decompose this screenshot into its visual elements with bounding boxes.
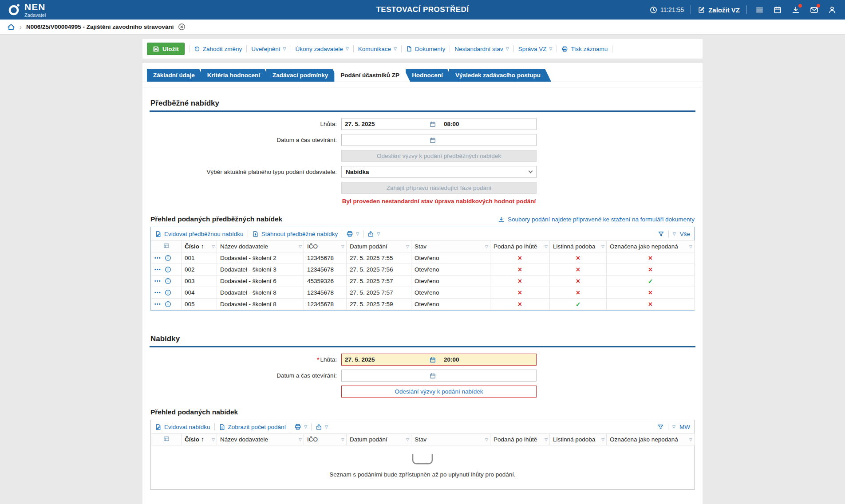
- download-prelim-bids-button[interactable]: Stáhnout předběžné nabídky: [252, 231, 338, 237]
- column-header-podana-po-lhute[interactable]: Podaná po lhůtě▽: [490, 241, 550, 252]
- tab-zadavaci-podminky[interactable]: Zadávací podmínky: [266, 69, 339, 82]
- documents-download-link[interactable]: Soubory podání najdete připravené ke sta…: [498, 216, 695, 223]
- tab-hodnoceni[interactable]: Hodnocení: [406, 69, 454, 82]
- info-icon[interactable]: [165, 301, 171, 307]
- column-header-ico[interactable]: IČO▽: [304, 434, 347, 445]
- view-selector[interactable]: MW: [679, 424, 690, 430]
- more-actions-button[interactable]: •••: [154, 279, 161, 284]
- tab-zakladni-udaje[interactable]: Základní údaje: [147, 69, 205, 82]
- column-filter-icon[interactable]: ▽: [689, 244, 692, 249]
- table-row[interactable]: •••005Dodavatel - školení 81234567827. 5…: [151, 299, 695, 310]
- prelim-deadline-date[interactable]: 27. 5. 2025: [345, 121, 375, 127]
- filter-icon[interactable]: [657, 424, 664, 430]
- export-button[interactable]: ▽: [316, 424, 328, 430]
- calendar-icon[interactable]: [430, 121, 436, 127]
- prelim-opening-field[interactable]: [341, 134, 537, 146]
- calendar-icon[interactable]: [430, 357, 436, 363]
- tab-kriteria-hodnoceni[interactable]: Kritéria hodnocení: [201, 69, 271, 82]
- profile-button[interactable]: [826, 4, 838, 16]
- toolbar-item-nestandardni-stav[interactable]: Nestandardní stav▽: [454, 46, 509, 52]
- export-button[interactable]: ▽: [367, 231, 380, 237]
- send-offers-invite-button[interactable]: Odeslání výzvy k podání nabídek: [341, 386, 537, 398]
- info-icon[interactable]: [165, 289, 171, 296]
- toolbar-item-ukony-zadavatele[interactable]: Úkony zadavatele▽: [296, 46, 349, 52]
- print-button[interactable]: ▽: [346, 230, 359, 237]
- column-filter-icon[interactable]: ▽: [341, 437, 344, 442]
- column-filter-icon[interactable]: ▽: [689, 437, 692, 442]
- register-offer-button[interactable]: Evidovat nabídku: [155, 424, 210, 430]
- toolbar-item-zahodit-zmeny[interactable]: Zahodit změny: [194, 46, 242, 52]
- column-header-oznacena-jako-nepodana[interactable]: Označena jako nepodaná▽: [607, 241, 695, 252]
- offers-deadline-date[interactable]: 27. 5. 2025: [345, 356, 375, 363]
- column-filter-icon[interactable]: ▽: [485, 244, 488, 249]
- menu-button[interactable]: [754, 4, 765, 16]
- table-row[interactable]: •••004Dodavatel - školení 81234567827. 5…: [151, 287, 695, 299]
- offers-deadline-time[interactable]: 20:00: [444, 356, 459, 363]
- column-chooser-icon[interactable]: [163, 436, 170, 442]
- column-header-ico[interactable]: IČO▽: [304, 241, 347, 252]
- calendar-button[interactable]: [772, 4, 783, 16]
- breadcrumb-item[interactable]: N006/25/V00004995 - Zajištění závodního …: [26, 24, 174, 30]
- prelim-deadline-field[interactable]: 27. 5. 2025 08:00: [341, 118, 537, 130]
- info-icon[interactable]: [165, 278, 171, 284]
- info-icon[interactable]: [165, 255, 171, 261]
- tab-vysledek-zadavaciho-postupu[interactable]: Výsledek zadávacího postupu: [449, 69, 551, 82]
- downloads-button[interactable]: [790, 4, 802, 16]
- save-button[interactable]: Uložit: [147, 43, 185, 55]
- column-header-oznacena-jako-nepodana[interactable]: Označena jako nepodaná▽: [607, 434, 695, 445]
- print-button[interactable]: ▽: [294, 423, 307, 430]
- column-filter-icon[interactable]: ▽: [545, 437, 548, 442]
- show-submission-count-button[interactable]: Zobrazit počet podání: [219, 424, 286, 430]
- tab-podani-ucastniku-zp[interactable]: Podání účastníků ZP: [334, 69, 410, 82]
- home-icon[interactable]: [7, 23, 15, 31]
- column-filter-icon[interactable]: ▽: [601, 244, 604, 249]
- more-actions-button[interactable]: •••: [154, 267, 161, 272]
- close-icon[interactable]: [178, 23, 186, 31]
- calendar-icon[interactable]: [430, 373, 436, 379]
- submission-type-select[interactable]: Nabídka: [341, 166, 537, 178]
- info-icon[interactable]: [165, 266, 171, 273]
- toolbar-item-sprava-vz[interactable]: Správa VZ▽: [518, 46, 553, 52]
- view-caret-icon[interactable]: ▽: [673, 232, 676, 236]
- column-header-podana-po-lhute[interactable]: Podaná po lhůtě▽: [490, 434, 550, 445]
- prelim-deadline-time[interactable]: 08:00: [444, 121, 459, 127]
- table-row[interactable]: •••003Dodavatel - školení 64535932627. 5…: [151, 276, 695, 287]
- column-header-datum-podani[interactable]: Datum podání▽: [347, 241, 411, 252]
- view-selector[interactable]: Vše: [680, 231, 690, 237]
- table-row[interactable]: •••001Dodavatel - školení 21234567827. 5…: [151, 252, 695, 264]
- column-filter-icon[interactable]: ▽: [545, 244, 548, 249]
- offers-opening-field[interactable]: [341, 370, 537, 382]
- column-chooser-icon[interactable]: [163, 243, 170, 249]
- register-prelim-bid-button[interactable]: Evidovat předběžnou nabídku: [155, 231, 244, 237]
- toolbar-item-tisk-zaznamu[interactable]: Tisk záznamu: [561, 46, 608, 52]
- column-filter-icon[interactable]: ▽: [212, 244, 215, 249]
- column-filter-icon[interactable]: ▽: [485, 437, 488, 442]
- column-filter-icon[interactable]: ▽: [299, 244, 302, 249]
- column-header-cislo[interactable]: Číslo↑▽: [182, 241, 217, 252]
- filter-icon[interactable]: [658, 231, 664, 237]
- column-header-datum-podani[interactable]: Datum podání▽: [347, 434, 411, 445]
- column-header-stav[interactable]: Stav▽: [411, 434, 490, 445]
- toolbar-item-dokumenty[interactable]: Dokumenty: [406, 46, 445, 52]
- view-caret-icon[interactable]: ▽: [672, 425, 675, 429]
- more-actions-button[interactable]: •••: [154, 256, 161, 260]
- column-header-listinna-podoba[interactable]: Listinná podoba▽: [550, 241, 607, 252]
- nen-logo[interactable]: NEN Zadavatel: [7, 2, 46, 18]
- column-filter-icon[interactable]: ▽: [406, 437, 409, 442]
- offers-deadline-field[interactable]: 27. 5. 2025 20:00: [341, 354, 537, 366]
- calendar-icon[interactable]: [430, 137, 436, 143]
- toolbar-item-uverejneni[interactable]: Uveřejnění▽: [251, 46, 286, 52]
- column-header-nazev-dodavatele[interactable]: Název dodavatele▽: [217, 241, 304, 252]
- more-actions-button[interactable]: •••: [154, 302, 161, 307]
- column-filter-icon[interactable]: ▽: [406, 244, 409, 249]
- column-filter-icon[interactable]: ▽: [601, 437, 604, 442]
- column-filter-icon[interactable]: ▽: [212, 437, 215, 442]
- column-header-stav[interactable]: Stav▽: [411, 241, 490, 252]
- column-header-nazev-dodavatele[interactable]: Název dodavatele▽: [217, 434, 304, 445]
- column-filter-icon[interactable]: ▽: [299, 437, 302, 442]
- toolbar-item-komunikace[interactable]: Komunikace▽: [358, 46, 397, 52]
- messages-button[interactable]: [808, 4, 820, 16]
- table-row[interactable]: •••002Dodavatel - školení 31234567827. 5…: [151, 264, 695, 276]
- create-vz-button[interactable]: Založit VZ: [698, 6, 740, 14]
- column-header-cislo[interactable]: Číslo↑▽: [182, 434, 217, 445]
